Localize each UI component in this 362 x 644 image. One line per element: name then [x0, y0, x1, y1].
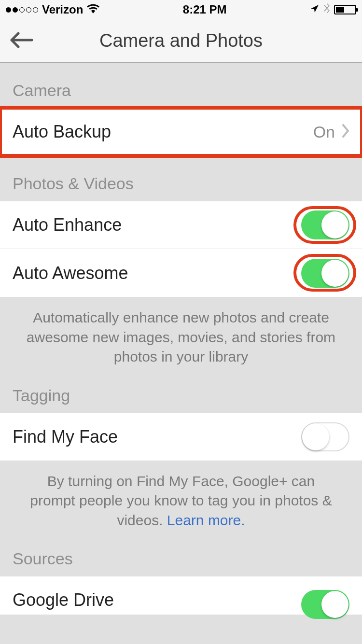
find-my-face-label: Find My Face [13, 427, 118, 447]
auto-awesome-toggle[interactable] [301, 259, 349, 288]
status-time: 8:21 PM [183, 3, 227, 16]
google-drive-label: Google Drive [13, 590, 114, 610]
section-header-sources: Sources [0, 541, 362, 576]
find-my-face-toggle[interactable] [301, 422, 349, 451]
learn-more-link[interactable]: Learn more. [167, 512, 245, 528]
chevron-right-icon [342, 123, 349, 141]
status-right [310, 3, 356, 16]
auto-backup-value-group: On [313, 123, 349, 141]
row-auto-backup[interactable]: Auto Backup On [0, 108, 362, 156]
row-auto-enhance[interactable]: Auto Enhance [0, 201, 362, 249]
page-title: Camera and Photos [0, 30, 362, 51]
auto-awesome-label: Auto Awesome [13, 263, 128, 283]
google-drive-toggle[interactable] [301, 590, 349, 619]
signal-strength-icon [6, 7, 38, 13]
section-header-camera: Camera [0, 63, 362, 108]
auto-backup-value: On [313, 123, 335, 141]
carrier-label: Verizon [42, 3, 83, 16]
status-left: Verizon [6, 3, 99, 16]
auto-enhance-label: Auto Enhance [13, 215, 122, 235]
battery-icon [334, 5, 356, 14]
bluetooth-icon [323, 3, 330, 16]
auto-enhance-toggle[interactable] [301, 210, 349, 239]
row-find-my-face[interactable]: Find My Face [0, 413, 362, 461]
location-icon [310, 3, 320, 16]
auto-backup-label: Auto Backup [13, 122, 111, 142]
back-button[interactable] [10, 31, 33, 51]
status-bar: Verizon 8:21 PM [0, 0, 362, 19]
tagging-footer: By turning on Find My Face, Google+ can … [0, 461, 362, 541]
section-header-tagging: Tagging [0, 378, 362, 413]
wifi-icon [87, 3, 99, 16]
row-auto-awesome[interactable]: Auto Awesome [0, 249, 362, 297]
photos-videos-footer: Automatically enhance new photos and cre… [0, 297, 362, 378]
nav-header: Camera and Photos [0, 19, 362, 63]
row-google-drive[interactable]: Google Drive [0, 576, 362, 615]
section-header-photos-videos: Photos & Videos [0, 156, 362, 201]
